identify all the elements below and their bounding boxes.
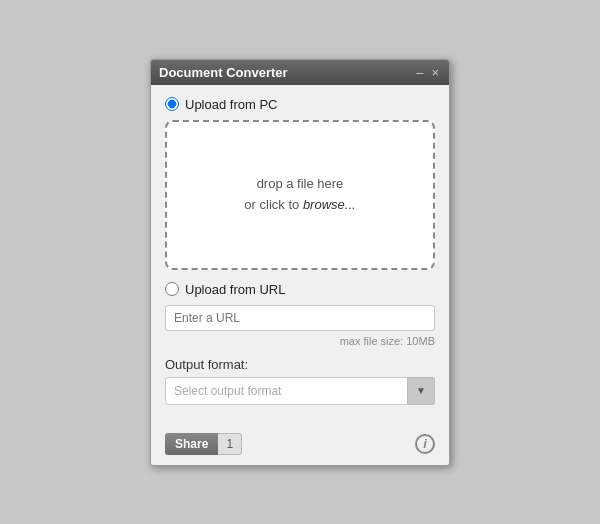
share-count: 1 <box>218 433 242 455</box>
drop-line2: or click to <box>244 197 303 212</box>
dialog-title: Document Converter <box>159 65 288 80</box>
info-icon[interactable]: i <box>415 434 435 454</box>
dialog-footer: Share 1 i <box>151 425 449 465</box>
url-input[interactable] <box>165 305 435 331</box>
output-format-label: Output format: <box>165 357 435 372</box>
upload-pc-radio[interactable] <box>165 97 179 111</box>
dialog-content: Upload from PC drop a file here or click… <box>151 85 449 415</box>
drop-line1: drop a file here <box>257 176 344 191</box>
minimize-button[interactable]: – <box>414 66 425 79</box>
close-button[interactable]: × <box>429 66 441 79</box>
max-file-size: max file size: 10MB <box>165 335 435 347</box>
format-select[interactable]: Select output format PDF DOCX TXT HTML <box>165 377 435 405</box>
upload-url-label: Upload from URL <box>185 282 285 297</box>
upload-pc-row: Upload from PC <box>165 97 435 112</box>
share-btn-group: Share 1 <box>165 433 242 455</box>
browse-text: browse... <box>303 197 356 212</box>
output-format-section: Output format: Select output format PDF … <box>165 357 435 405</box>
upload-url-row: Upload from URL <box>165 282 435 297</box>
file-drop-zone[interactable]: drop a file here or click to browse... <box>165 120 435 270</box>
titlebar: Document Converter – × <box>151 60 449 85</box>
upload-pc-label: Upload from PC <box>185 97 277 112</box>
drop-zone-text: drop a file here or click to browse... <box>244 174 355 216</box>
upload-url-radio[interactable] <box>165 282 179 296</box>
upload-url-section: Upload from URL max file size: 10MB <box>165 282 435 347</box>
share-button[interactable]: Share <box>165 433 218 455</box>
document-converter-dialog: Document Converter – × Upload from PC dr… <box>150 59 450 466</box>
format-select-wrapper: Select output format PDF DOCX TXT HTML ▼ <box>165 377 435 405</box>
titlebar-controls: – × <box>414 66 441 79</box>
